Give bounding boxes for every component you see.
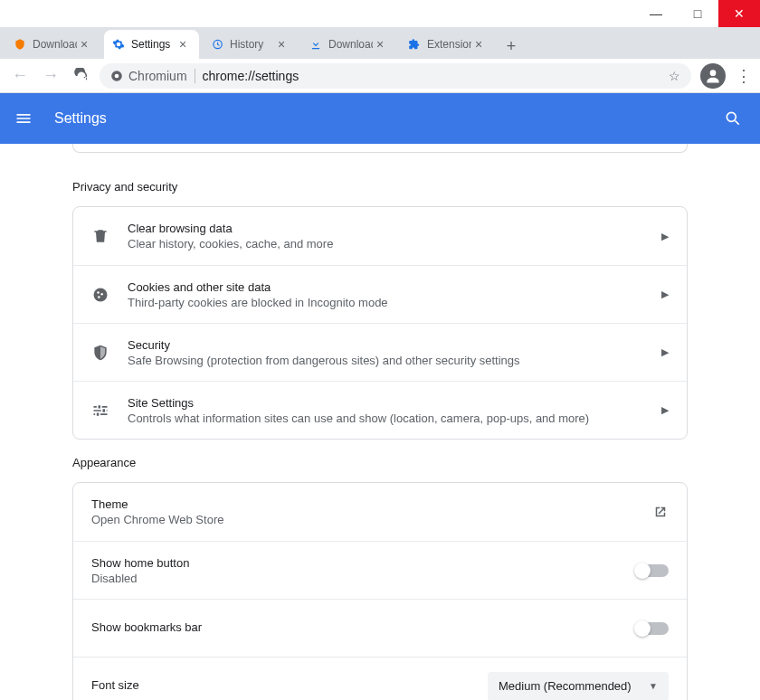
site-info-label: Chromium bbox=[128, 69, 187, 83]
tab-close-icon[interactable]: × bbox=[475, 37, 488, 52]
page-title: Settings bbox=[54, 110, 724, 127]
font-size-dropdown[interactable]: Medium (Recommended) ▼ bbox=[488, 672, 669, 701]
tab-close-icon[interactable]: × bbox=[179, 37, 192, 52]
row-title: Cookies and other site data bbox=[128, 280, 651, 294]
row-security[interactable]: Security Safe Browsing (protection from … bbox=[73, 323, 687, 381]
cookie-icon bbox=[91, 286, 109, 304]
divider bbox=[195, 69, 195, 83]
row-subtitle: Controls what information sites can use … bbox=[128, 411, 651, 425]
chevron-right-icon: ▶ bbox=[661, 231, 669, 242]
row-subtitle: Safe Browsing (protection from dangerous… bbox=[128, 354, 651, 367]
gear-blue-icon bbox=[111, 37, 126, 52]
section-title-privacy: Privacy and security bbox=[72, 180, 688, 194]
bookmarks-bar-toggle[interactable] bbox=[636, 622, 669, 635]
appearance-card: Theme Open Chrome Web Store Show home bu… bbox=[72, 482, 688, 700]
trash-icon bbox=[91, 227, 109, 245]
settings-header: Settings bbox=[0, 93, 760, 144]
settings-content[interactable]: Privacy and security Clear browsing data… bbox=[0, 144, 760, 700]
tab-title: History bbox=[230, 38, 274, 51]
menu-button[interactable] bbox=[14, 109, 36, 128]
minimize-button[interactable]: — bbox=[635, 0, 677, 27]
row-subtitle: Clear history, cookies, cache, and more bbox=[128, 237, 651, 251]
back-button[interactable]: ← bbox=[7, 63, 33, 89]
row-title: Security bbox=[128, 338, 651, 352]
row-title: Site Settings bbox=[128, 396, 651, 410]
profile-avatar[interactable] bbox=[700, 63, 726, 89]
tab-title: Download bbox=[33, 38, 77, 51]
row-title: Show bookmarks bar bbox=[91, 620, 625, 634]
tab-title: Extensions bbox=[427, 38, 471, 51]
row-title: Show home button bbox=[91, 556, 625, 570]
row-show-home-button: Show home button Disabled bbox=[73, 541, 687, 599]
reload-button[interactable] bbox=[69, 63, 94, 89]
row-title: Clear browsing data bbox=[128, 222, 651, 235]
forward-button[interactable]: → bbox=[38, 63, 63, 89]
tab-history[interactable]: History × bbox=[203, 30, 298, 59]
svg-point-6 bbox=[100, 292, 103, 295]
row-subtitle: Disabled bbox=[91, 572, 625, 585]
url-text: chrome://settings bbox=[203, 69, 299, 83]
download-blue-icon bbox=[309, 37, 323, 52]
browser-menu-button[interactable]: ⋮ bbox=[735, 66, 753, 86]
tab-title: Downloads bbox=[328, 38, 373, 51]
svg-point-7 bbox=[98, 296, 100, 298]
chevron-right-icon: ▶ bbox=[661, 289, 669, 300]
tab-settings[interactable]: Settings × bbox=[104, 30, 199, 59]
tab-close-icon[interactable]: × bbox=[376, 37, 389, 52]
dropdown-value: Medium (Recommended) bbox=[499, 679, 632, 693]
close-window-button[interactable]: ✕ bbox=[718, 0, 760, 27]
privacy-card: Clear browsing data Clear history, cooki… bbox=[72, 206, 688, 440]
row-title: Theme bbox=[91, 497, 641, 511]
tab-close-icon[interactable]: × bbox=[81, 37, 93, 52]
svg-point-5 bbox=[97, 291, 100, 294]
tab-download[interactable]: Download × bbox=[5, 30, 100, 59]
new-tab-button[interactable]: + bbox=[499, 33, 524, 59]
row-subtitle: Third-party cookies are blocked in Incog… bbox=[128, 296, 651, 309]
tab-title: Settings bbox=[131, 38, 176, 51]
shield-icon bbox=[91, 344, 109, 362]
row-title: Font size bbox=[91, 678, 488, 692]
tab-extensions[interactable]: Extensions × bbox=[400, 30, 495, 59]
shield-orange-icon bbox=[13, 37, 27, 52]
row-cookies[interactable]: Cookies and other site data Third-party … bbox=[73, 265, 687, 323]
chevron-right-icon: ▶ bbox=[661, 346, 669, 358]
chevron-down-icon: ▼ bbox=[649, 681, 658, 691]
row-site-settings[interactable]: Site Settings Controls what information … bbox=[73, 381, 687, 439]
chevron-right-icon: ▶ bbox=[661, 404, 669, 416]
tab-downloads[interactable]: Downloads × bbox=[301, 30, 396, 59]
svg-point-2 bbox=[710, 70, 717, 76]
row-show-bookmarks-bar: Show bookmarks bar bbox=[73, 599, 687, 657]
previous-card-edge bbox=[72, 144, 688, 153]
settings-search-button[interactable] bbox=[724, 109, 746, 128]
sliders-icon bbox=[91, 402, 109, 420]
row-clear-browsing-data[interactable]: Clear browsing data Clear history, cooki… bbox=[73, 207, 687, 265]
section-title-appearance: Appearance bbox=[72, 456, 688, 469]
tab-close-icon[interactable]: × bbox=[278, 37, 290, 52]
tab-strip: Download × Settings × History × Download… bbox=[0, 27, 760, 59]
row-subtitle: Open Chrome Web Store bbox=[91, 513, 641, 526]
address-bar[interactable]: Chromium chrome://settings ☆ bbox=[100, 63, 691, 89]
bookmark-star-icon[interactable]: ☆ bbox=[669, 69, 680, 83]
home-button-toggle[interactable] bbox=[636, 564, 669, 577]
row-font-size: Font size Medium (Recommended) ▼ bbox=[73, 657, 687, 700]
history-blue-icon bbox=[210, 37, 224, 52]
puzzle-blue-icon bbox=[407, 37, 422, 52]
browser-toolbar: ← → Chromium chrome://settings ☆ ⋮ bbox=[0, 59, 760, 93]
svg-point-4 bbox=[94, 288, 108, 301]
external-link-icon bbox=[652, 504, 669, 520]
site-info[interactable]: Chromium bbox=[110, 69, 187, 83]
chromium-icon bbox=[110, 70, 123, 82]
window-controls: — □ ✕ bbox=[0, 0, 760, 27]
svg-point-1 bbox=[115, 73, 119, 78]
maximize-button[interactable]: □ bbox=[677, 0, 718, 27]
svg-point-3 bbox=[727, 112, 736, 121]
row-theme[interactable]: Theme Open Chrome Web Store bbox=[73, 483, 687, 541]
